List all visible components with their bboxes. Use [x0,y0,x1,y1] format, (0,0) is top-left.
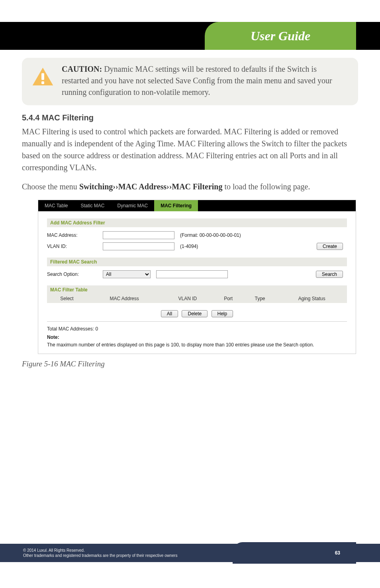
header-title: User Guide [251,29,310,43]
col-select: Select [47,294,87,303]
section-heading: 5.4.4 MAC Filtering [22,113,358,122]
vlan-id-label: VLAN ID: [47,244,103,249]
col-type: Type [243,294,277,303]
search-input[interactable] [156,270,228,278]
search-button[interactable]: Search [316,271,343,278]
caution-label: CAUTION: [62,65,102,73]
delete-button[interactable]: Delete [182,310,208,317]
para2-post: to load the following page. [222,182,310,191]
total-mac-addresses: Total MAC Addresses: 0 [47,326,98,332]
tab-mac-table[interactable]: MAC Table [38,200,74,211]
mac-format-hint: (Format: 00-00-00-00-00-01) [180,232,241,238]
note-label: Note: [47,334,347,341]
footer-bar: © 2014 Luxul. All Rights Reserved. Other… [0,544,380,562]
mac-address-label: MAC Address: [47,232,103,238]
help-button[interactable]: Help [212,310,233,317]
ui-screenshot: MAC Table Static MAC Dynamic MAC MAC Fil… [38,200,356,354]
para2-pre: Choose the menu [22,182,79,191]
col-vlan-id: VLAN ID [162,294,213,303]
note-text: The maximum number of entries displayed … [47,342,314,348]
mac-address-input[interactable] [103,231,174,239]
create-button[interactable]: Create [317,243,343,250]
mac-filter-table: Select MAC Address VLAN ID Port Type Agi… [47,294,347,303]
footer-text: © 2014 Luxul. All Rights Reserved. Other… [0,548,177,559]
vlan-hint: (1-4094) [180,244,198,249]
header-bar: User Guide [0,22,380,50]
table-button-row: All Delete Help [47,308,347,322]
figure-caption: Figure 5-16 MAC Filtering [22,360,358,368]
tab-dynamic-mac[interactable]: Dynamic MAC [111,200,155,211]
header-title-tab: User Guide [205,22,356,50]
svg-rect-1 [41,81,44,84]
search-option-label: Search Option: [47,271,103,277]
svg-rect-0 [41,73,44,80]
search-option-select[interactable]: All [103,270,151,278]
tab-bar: MAC Table Static MAC Dynamic MAC MAC Fil… [38,200,356,211]
tab-mac-filtering[interactable]: MAC Filtering [154,200,198,211]
caution-text: CAUTION: Dynamic MAC settings will be re… [62,63,342,98]
col-port: Port [214,294,243,303]
tab-static-mac[interactable]: Static MAC [74,200,111,211]
col-mac-address: MAC Address [87,294,162,303]
footer-line1: © 2014 Luxul. All Rights Reserved. [23,548,85,553]
col-aging-status: Aging Status [276,294,347,303]
paragraph-1: MAC Filtering is used to control which p… [22,126,358,173]
page-number: 63 [335,550,340,556]
footer-line2: Other trademarks and registered trademar… [23,553,177,558]
caution-box: CAUTION: Dynamic MAC settings will be re… [22,58,358,105]
warning-icon [32,67,54,87]
search-section-header: Filtered MAC Search [47,258,347,266]
all-button[interactable]: All [161,310,178,317]
add-filter-header: Add MAC Address Filter [47,218,347,227]
filter-table-header: MAC Filter Table [47,285,347,294]
caution-body: Dynamic MAC settings will be restored to… [62,65,332,96]
paragraph-2: Choose the menu Switching››MAC Address››… [22,181,358,193]
footer-page-tab: 63 [233,542,356,564]
para2-bold: Switching››MAC Address››MAC Filtering [79,182,223,191]
vlan-id-input[interactable] [103,242,174,250]
note-block: Total MAC Addresses: 0 Note: The maximum… [47,326,347,348]
